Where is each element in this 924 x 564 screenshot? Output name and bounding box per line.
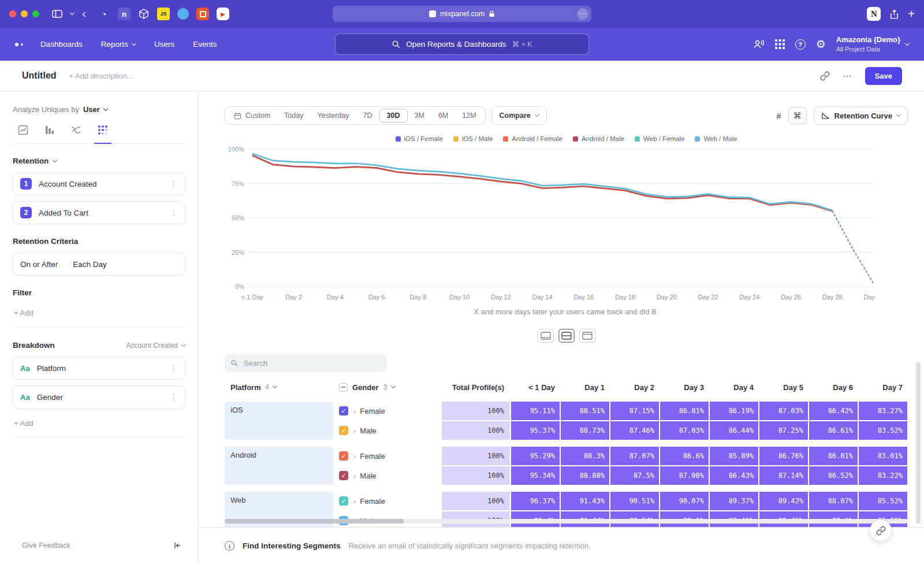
copy-link-icon[interactable] [820,71,830,81]
profile-waves-icon[interactable] [753,39,765,50]
range-3m[interactable]: 3M [408,107,431,124]
retention-value-cell[interactable]: 83.52% [859,421,907,440]
orange-extension-icon[interactable] [196,8,209,20]
column-header-day[interactable]: Day 5 [759,383,808,392]
kebab-menu-icon[interactable] [170,363,178,373]
retention-value-cell[interactable]: 86.44% [710,421,758,440]
retention-value-cell[interactable]: 95.11% [511,402,560,420]
compare-button[interactable]: Compare [491,106,547,125]
expand-chevron-icon[interactable] [353,472,356,480]
window-minimize-button[interactable] [21,10,28,17]
add-description[interactable]: + Add description... [69,72,133,80]
share-icon[interactable] [889,9,899,19]
window-close-button[interactable] [9,10,16,17]
retention-value-cell[interactable]: 86.76% [759,447,808,465]
expand-chevron-icon[interactable] [353,452,356,461]
add-breakdown-button[interactable]: + Add [13,414,185,437]
javascript-extension-icon[interactable]: JS [157,8,170,20]
expand-chevron-icon[interactable] [353,426,356,435]
total-profiles-cell[interactable]: 100% [442,447,510,465]
range-6m[interactable]: 6M [431,107,455,124]
nav-users[interactable]: Users [154,40,174,49]
help-icon[interactable]: ? [795,39,806,50]
kebab-menu-icon[interactable] [170,208,178,217]
retention-value-cell[interactable]: 88.73% [561,421,609,440]
retention-value-cell[interactable]: 89.37% [710,492,758,510]
kebab-menu-icon[interactable] [170,179,178,188]
command-toggle-icon[interactable] [788,107,807,124]
retention-value-cell[interactable]: 85.89% [710,447,758,465]
retention-value-cell[interactable]: 87.03% [660,421,709,440]
retention-value-cell[interactable]: 85.52% [859,492,907,510]
range-12m[interactable]: 12M [455,107,483,124]
total-profiles-cell[interactable]: 100% [442,421,510,440]
add-filter-button[interactable]: + Add [13,304,185,327]
legend-item[interactable]: iOS / Male [453,135,493,142]
chevron-down-icon[interactable] [70,10,74,15]
row-checkbox[interactable] [339,471,348,480]
retention-value-cell[interactable]: 87.03% [759,402,808,420]
retention-value-cell[interactable]: 91.43% [561,492,609,510]
address-bar[interactable]: mixpanel.com ⋯ [333,6,591,22]
column-header-platform[interactable]: Platform 4 [225,383,333,392]
expand-chevron-icon[interactable] [353,407,356,415]
column-header-day[interactable]: < 1 Day [511,383,560,392]
retention-value-cell[interactable]: 86.6% [660,447,709,465]
column-header-day[interactable]: Day 1 [561,383,609,392]
play-extension-icon[interactable]: ▶ [217,8,229,20]
retention-value-cell[interactable]: 87.25% [759,421,808,440]
retention-value-cell[interactable]: 86.01% [809,447,858,465]
column-header-day[interactable]: Day 7 [859,383,907,392]
step-card-a[interactable]: 1 Account Created [13,172,185,195]
column-header-day[interactable]: Day 2 [610,383,659,392]
horizontal-scrollbar-thumb[interactable] [225,519,404,524]
share-link-fab[interactable] [870,520,892,541]
nav-events[interactable]: Events [193,40,217,49]
range-yesterday[interactable]: Yesterday [310,107,356,124]
find-segments-title[interactable]: Find Interesting Segments [243,541,341,550]
retention-value-cell[interactable]: 87.15% [610,402,659,420]
total-profiles-cell[interactable]: 100% [442,402,510,420]
column-header-day[interactable]: Day 3 [660,383,709,392]
collapse-sidebar-icon[interactable] [173,541,182,550]
notion-icon[interactable]: N [867,7,881,21]
give-feedback-link[interactable]: Give Feedback [22,541,70,550]
retention-value-cell[interactable]: 90.07% [660,492,709,510]
column-header-gender[interactable]: Gender 3 [334,383,441,392]
retention-value-cell[interactable]: 87.07% [610,447,659,465]
retention-value-cell[interactable]: 87.08% [660,466,709,485]
criteria-on-or-after[interactable]: On or After [20,260,58,269]
row-checkbox[interactable] [339,406,348,415]
retention-value-cell[interactable]: 86.19% [710,402,758,420]
range-today[interactable]: Today [277,107,310,124]
retention-value-cell[interactable]: 95.34% [511,466,560,485]
retention-value-cell[interactable]: 95.29% [511,447,560,465]
kebab-menu-icon[interactable] [170,392,178,402]
mixpanel-logo[interactable] [15,43,23,46]
nav-dashboards[interactable]: Dashboards [40,40,83,49]
retention-value-cell[interactable]: 88.07% [809,492,858,510]
n-extension-icon[interactable]: n [118,8,131,20]
window-zoom-button[interactable] [32,10,39,17]
retention-value-cell[interactable]: 90.51% [610,492,659,510]
global-search[interactable]: Open Reports & Dashboards ⌘ + K [335,34,589,55]
retention-chart[interactable]: 100%75%50%25%0%< 1 DayDay 2Day 4Day 6Day… [225,144,877,304]
nav-reports[interactable]: Reports [101,40,136,49]
table-search[interactable] [225,354,386,372]
step-card-b[interactable]: 2 Added To Cart [13,201,185,224]
project-switcher[interactable]: Amazonia {Demo} All Project Data [836,35,909,53]
retention-value-cell[interactable]: 83.27% [859,402,907,420]
clock-extension-icon[interactable]: ◔ [98,8,110,20]
retention-value-cell[interactable]: 87.14% [759,466,808,485]
view-chart-and-table-button[interactable] [558,329,575,343]
range-30d-selected[interactable]: 30D [379,109,408,123]
view-chart-only-button[interactable] [538,329,554,343]
column-header-day[interactable]: Day 6 [809,383,858,392]
retention-value-cell[interactable]: 95.37% [511,421,560,440]
retention-value-cell[interactable]: 86.42% [809,402,858,420]
row-checkbox[interactable] [339,496,348,506]
retention-value-cell[interactable]: 83.22% [859,466,907,485]
platform-cell[interactable]: iOS [225,402,333,440]
back-button[interactable]: ‹ [82,7,86,19]
expand-chevron-icon[interactable] [353,497,356,506]
